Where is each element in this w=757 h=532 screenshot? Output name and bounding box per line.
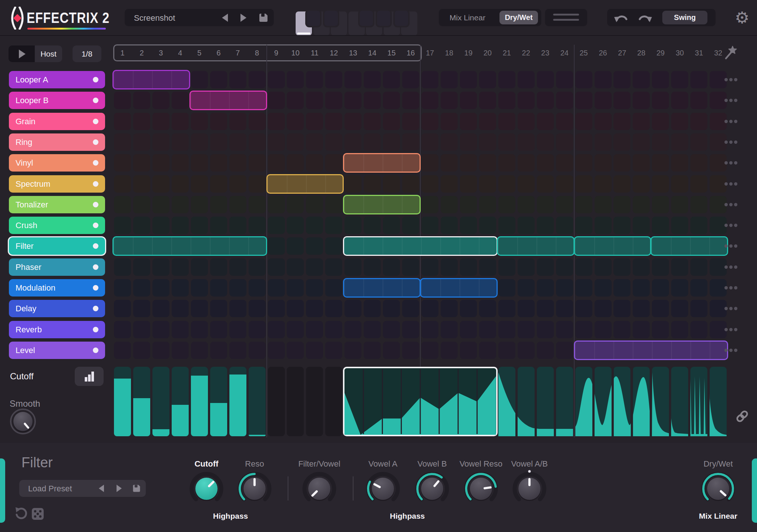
- effect-enable-dot[interactable]: [93, 285, 98, 291]
- lane-slot[interactable]: [152, 367, 169, 436]
- grid-cell[interactable]: [152, 175, 169, 193]
- grid-cell[interactable]: [479, 175, 496, 193]
- grid-cell[interactable]: [633, 217, 650, 234]
- grid-cell[interactable]: [460, 342, 477, 359]
- lane-slot[interactable]: [229, 367, 246, 436]
- grid-cell[interactable]: [421, 321, 438, 338]
- grid-cell[interactable]: [595, 92, 612, 109]
- grid-cell[interactable]: [229, 71, 246, 88]
- row-menu-button[interactable]: [724, 224, 739, 227]
- grid-cell[interactable]: [575, 258, 592, 276]
- row-menu-button[interactable]: [724, 286, 739, 290]
- lane-shape-decay[interactable]: [498, 367, 573, 436]
- grid-cell[interactable]: [595, 154, 612, 172]
- grid-cell[interactable]: [172, 321, 189, 338]
- grid-cell[interactable]: [633, 113, 650, 130]
- ruler-step-9[interactable]: 9: [268, 49, 285, 57]
- effect-row-button-looper-b[interactable]: Looper B: [9, 92, 105, 109]
- grid-cell[interactable]: [249, 321, 266, 338]
- row-menu-button[interactable]: [724, 307, 739, 311]
- ruler-step-8[interactable]: 8: [249, 49, 266, 57]
- grid-cell[interactable]: [441, 196, 458, 213]
- grid-cell[interactable]: [460, 217, 477, 234]
- ruler-step-23[interactable]: 23: [537, 49, 554, 57]
- grid-cell[interactable]: [690, 196, 707, 213]
- grid-cell[interactable]: [690, 217, 707, 234]
- grid-cell[interactable]: [633, 133, 650, 151]
- effect-enable-dot[interactable]: [93, 119, 98, 124]
- grid-cell[interactable]: [537, 175, 554, 193]
- pattern-key-black-1[interactable]: [307, 11, 320, 26]
- grid-cell[interactable]: [518, 342, 535, 359]
- grid-cell[interactable]: [652, 133, 669, 151]
- grid-cell[interactable]: [421, 258, 438, 276]
- grid-cell[interactable]: [249, 342, 266, 359]
- grid-cell[interactable]: [671, 300, 688, 317]
- grid-cell[interactable]: [249, 258, 266, 276]
- effect-enable-dot[interactable]: [93, 77, 98, 82]
- grid-cell[interactable]: [229, 321, 246, 338]
- grid-cell[interactable]: [690, 154, 707, 172]
- grid-cell[interactable]: [344, 217, 361, 234]
- grid-cell[interactable]: [479, 321, 496, 338]
- grid-cell[interactable]: [268, 279, 285, 297]
- grid-cell[interactable]: [152, 113, 169, 130]
- grid-cell[interactable]: [479, 342, 496, 359]
- grid-cell[interactable]: [402, 217, 419, 234]
- grid-cell[interactable]: [383, 300, 400, 317]
- pattern-key-black-4[interactable]: [377, 11, 390, 26]
- knob-cutoff[interactable]: [186, 468, 227, 509]
- lane-slot[interactable]: [210, 367, 227, 436]
- grid-cell[interactable]: [229, 196, 246, 213]
- lane-slot[interactable]: [133, 367, 150, 436]
- grid-cell[interactable]: [595, 71, 612, 88]
- grid-cell[interactable]: [383, 217, 400, 234]
- grid-cell[interactable]: [344, 342, 361, 359]
- grid-cell[interactable]: [325, 237, 342, 255]
- row-menu-button[interactable]: [724, 182, 739, 186]
- grid-cell[interactable]: [690, 321, 707, 338]
- grid-cell[interactable]: [575, 113, 592, 130]
- grid-cell[interactable]: [537, 300, 554, 317]
- sequence-block-looper-b[interactable]: [189, 91, 267, 110]
- grid-cell[interactable]: [479, 113, 496, 130]
- grid-cell[interactable]: [690, 258, 707, 276]
- grid-cell[interactable]: [537, 342, 554, 359]
- grid-cell[interactable]: [287, 279, 304, 297]
- row-menu-button[interactable]: [724, 99, 739, 102]
- grid-cell[interactable]: [498, 321, 515, 338]
- grid-cell[interactable]: [633, 279, 650, 297]
- ruler-step-30[interactable]: 30: [671, 49, 688, 57]
- grid-cell[interactable]: [249, 196, 266, 213]
- effect-enable-dot[interactable]: [93, 264, 98, 270]
- grid-cell[interactable]: [441, 175, 458, 193]
- grid-cell[interactable]: [556, 279, 573, 297]
- grid-cell[interactable]: [364, 217, 381, 234]
- grid-cell[interactable]: [306, 300, 323, 317]
- grid-cell[interactable]: [518, 258, 535, 276]
- grid-cell[interactable]: [191, 321, 208, 338]
- drywet-slider[interactable]: [553, 14, 579, 16]
- grid-cell[interactable]: [325, 133, 342, 151]
- grid-cell[interactable]: [613, 196, 630, 213]
- ruler-step-16[interactable]: 16: [402, 49, 419, 57]
- grid-cell[interactable]: [518, 279, 535, 297]
- grid-cell[interactable]: [210, 71, 227, 88]
- grid-cell[interactable]: [306, 321, 323, 338]
- grid-cell[interactable]: [537, 279, 554, 297]
- grid-cell[interactable]: [441, 71, 458, 88]
- grid-cell[interactable]: [325, 279, 342, 297]
- grid-cell[interactable]: [133, 196, 150, 213]
- grid-cell[interactable]: [498, 196, 515, 213]
- grid-cell[interactable]: [613, 175, 630, 193]
- lane-slot[interactable]: [114, 367, 131, 436]
- effect-enable-dot[interactable]: [93, 327, 98, 332]
- grid-cell[interactable]: [690, 300, 707, 317]
- grid-cell[interactable]: [556, 300, 573, 317]
- grid-cell[interactable]: [383, 342, 400, 359]
- grid-cell[interactable]: [325, 92, 342, 109]
- grid-cell[interactable]: [402, 342, 419, 359]
- grid-cell[interactable]: [595, 133, 612, 151]
- grid-cell[interactable]: [306, 342, 323, 359]
- grid-cell[interactable]: [421, 342, 438, 359]
